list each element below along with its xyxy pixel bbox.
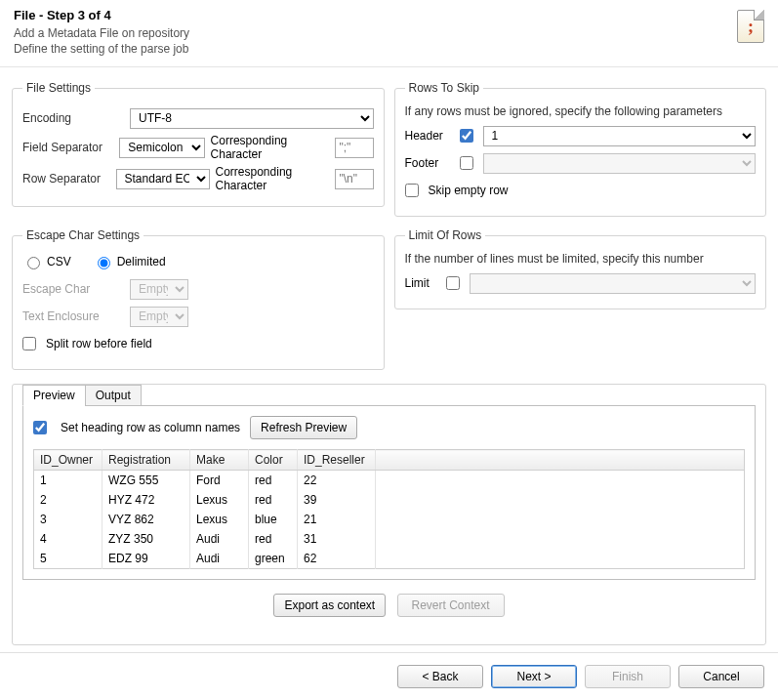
limit-legend: Limit Of Rows [405, 228, 486, 242]
column-header[interactable]: Color [249, 450, 298, 471]
column-header-filler [376, 450, 745, 471]
table-cell: Audi [190, 529, 249, 549]
rows-to-skip-legend: Rows To Skip [405, 81, 483, 95]
csv-radio-label[interactable]: CSV [22, 254, 71, 269]
header-checkbox[interactable] [460, 129, 473, 143]
table-cell: 5 [34, 549, 102, 569]
heading-row-label: Set heading row as column names [61, 421, 240, 434]
table-cell: 39 [298, 490, 376, 510]
table-row[interactable]: 4ZYZ 350Audired31 [34, 529, 745, 549]
field-separator-select[interactable]: Semicolon [119, 138, 204, 158]
table-cell: VYZ 862 [102, 510, 190, 529]
encoding-label: Encoding [22, 111, 124, 125]
table-cell: ZYZ 350 [102, 529, 190, 549]
table-cell-filler [376, 510, 745, 529]
limit-label: Limit [405, 276, 440, 290]
delimited-radio-label[interactable]: Delimited [93, 254, 166, 269]
text-enclosure-select[interactable]: Empty [130, 307, 188, 327]
file-settings-group: File Settings Encoding UTF-8 Field Separ… [12, 81, 385, 207]
column-header[interactable]: ID_Reseller [298, 450, 376, 471]
footer-label: Footer [405, 156, 454, 170]
footer-checkbox[interactable] [460, 156, 473, 170]
file-settings-legend: File Settings [22, 81, 95, 95]
limit-note: If the number of lines must be limited, … [405, 252, 757, 266]
escape-settings-group: Escape Char Settings CSV Delimited Escap… [12, 228, 385, 370]
table-cell-filler [376, 549, 745, 569]
split-row-label: Split row before field [46, 337, 152, 350]
header-value-select[interactable]: 1 [483, 126, 757, 146]
table-cell: red [249, 490, 298, 510]
table-row[interactable]: 3VYZ 862Lexusblue21 [34, 510, 745, 529]
field-separator-char [335, 138, 374, 158]
table-row[interactable]: 5EDZ 99Audigreen62 [34, 549, 745, 569]
row-separator-char [335, 169, 374, 189]
table-cell: 21 [298, 510, 376, 529]
rows-to-skip-group: Rows To Skip If any rows must be ignored… [394, 81, 767, 217]
skip-empty-checkbox[interactable] [405, 184, 419, 197]
table-row[interactable]: 1WZG 555Fordred22 [34, 471, 745, 491]
header-label: Header [405, 129, 454, 143]
wizard-footer: < Back Next > Finish Cancel [0, 652, 778, 700]
wizard-subtitle-1: Add a Metadata File on repository [14, 26, 764, 42]
table-cell: 4 [34, 529, 102, 549]
table-cell: HYZ 472 [102, 490, 190, 510]
table-cell: blue [249, 510, 298, 529]
table-row[interactable]: 2HYZ 472Lexusred39 [34, 490, 745, 510]
revert-context-button[interactable]: Revert Context [397, 594, 505, 617]
wizard-title: File - Step 3 of 4 [14, 8, 764, 22]
encoding-select[interactable]: UTF-8 [130, 108, 374, 129]
table-cell: Audi [190, 549, 249, 569]
heading-row-checkbox[interactable] [33, 421, 47, 434]
export-context-button[interactable]: Export as context [273, 594, 386, 617]
table-cell: 22 [298, 471, 376, 491]
tab-preview[interactable]: Preview [22, 385, 86, 406]
table-cell: 3 [34, 510, 102, 529]
table-cell-filler [376, 471, 745, 491]
wizard-subtitle-2: Define the setting of the parse job [14, 42, 764, 58]
skip-empty-label: Skip empty row [429, 184, 509, 197]
column-header[interactable]: ID_Owner [34, 450, 102, 471]
table-cell: Lexus [190, 510, 249, 529]
escape-char-label: Escape Char [22, 282, 124, 296]
table-cell: 2 [34, 490, 102, 510]
field-separator-corresp-label: Corresponding Character [211, 134, 329, 161]
escape-settings-legend: Escape Char Settings [22, 228, 143, 242]
back-button[interactable]: < Back [397, 665, 483, 688]
limit-group: Limit Of Rows If the number of lines mus… [394, 228, 767, 309]
table-cell: 62 [298, 549, 376, 569]
field-separator-label: Field Separator [22, 141, 113, 154]
footer-value-select[interactable] [483, 153, 757, 174]
split-row-checkbox[interactable] [22, 337, 36, 350]
table-cell: EDZ 99 [102, 549, 190, 569]
csv-radio-text: CSV [47, 255, 71, 268]
delimited-radio[interactable] [98, 257, 110, 269]
escape-char-select[interactable]: Empty [130, 279, 188, 300]
column-header[interactable]: Registration [102, 450, 190, 471]
table-cell: red [249, 529, 298, 549]
table-cell: Ford [190, 471, 249, 491]
row-separator-select[interactable]: Standard EOL [116, 169, 210, 189]
table-cell-filler [376, 490, 745, 510]
column-header[interactable]: Make [190, 450, 249, 471]
delimited-radio-text: Delimited [117, 255, 166, 268]
finish-button[interactable]: Finish [585, 665, 671, 688]
limit-checkbox[interactable] [446, 276, 460, 290]
refresh-preview-button[interactable]: Refresh Preview [250, 416, 357, 439]
table-cell: Lexus [190, 490, 249, 510]
cancel-button[interactable]: Cancel [678, 665, 764, 688]
preview-table: ID_OwnerRegistrationMakeColorID_Reseller… [33, 449, 745, 569]
text-enclosure-label: Text Enclosure [22, 309, 124, 323]
tab-output[interactable]: Output [85, 385, 142, 406]
rows-to-skip-note: If any rows must be ignored, specify the… [405, 104, 757, 118]
wizard-file-icon: ; [737, 10, 764, 43]
table-cell: 1 [34, 471, 102, 491]
table-cell: 31 [298, 529, 376, 549]
row-separator-label: Row Separator [22, 172, 110, 185]
table-cell: WZG 555 [102, 471, 190, 491]
limit-value-select[interactable] [470, 273, 757, 294]
csv-radio[interactable] [27, 257, 40, 269]
table-cell: green [249, 549, 298, 569]
table-cell: red [249, 471, 298, 491]
next-button[interactable]: Next > [491, 665, 577, 688]
table-cell-filler [376, 529, 745, 549]
